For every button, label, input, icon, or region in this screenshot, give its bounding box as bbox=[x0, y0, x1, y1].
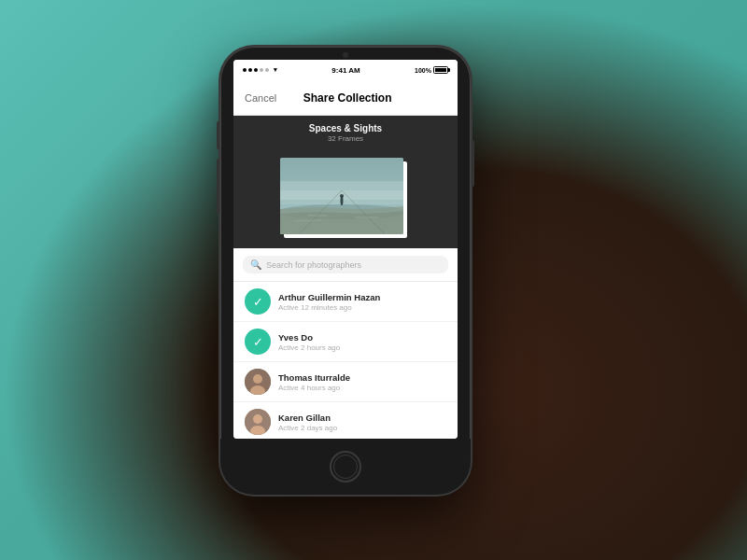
wifi-icon: ▾ bbox=[274, 66, 277, 74]
photo-main bbox=[280, 158, 403, 234]
avatar bbox=[245, 369, 271, 395]
person-status: Active 12 minutes ago bbox=[278, 303, 446, 312]
phone-frame: ▾ 9:41 AM 100% Cancel Share Collection S… bbox=[220, 47, 471, 495]
person-name: Arthur Guillermin Hazan bbox=[278, 292, 446, 302]
search-icon: 🔍 bbox=[250, 259, 261, 270]
phone-bottom bbox=[220, 439, 471, 495]
cancel-button[interactable]: Cancel bbox=[245, 92, 276, 104]
person-status: Active 2 hours ago bbox=[278, 343, 446, 352]
person-info: Arthur Guillermin Hazan Active 12 minute… bbox=[278, 292, 446, 312]
avatar-selected: ✓ bbox=[245, 288, 271, 315]
battery-percent: 100% bbox=[415, 67, 431, 74]
list-item[interactable]: Karen Gillan Active 2 days ago bbox=[233, 402, 458, 439]
people-list: ✓ Arthur Guillermin Hazan Active 12 minu… bbox=[233, 282, 458, 439]
home-button-inner bbox=[333, 455, 358, 479]
collection-frames: 32 Frames bbox=[233, 134, 458, 143]
home-button[interactable] bbox=[330, 451, 361, 483]
signal-dot-4 bbox=[260, 68, 263, 72]
camera-dot bbox=[343, 52, 348, 58]
person-name: Karen Gillan bbox=[278, 413, 446, 423]
collection-name: Spaces & Sights bbox=[233, 123, 458, 133]
photo-stack bbox=[280, 158, 411, 242]
photo-area bbox=[233, 150, 458, 248]
avatar-selected: ✓ bbox=[245, 329, 271, 355]
search-input-wrap[interactable]: 🔍 Search for photographers bbox=[243, 256, 448, 273]
list-item[interactable]: ✓ Yves Do Active 2 hours ago bbox=[233, 322, 458, 362]
status-time: 9:41 AM bbox=[331, 66, 359, 75]
phone-screen: ▾ 9:41 AM 100% Cancel Share Collection S… bbox=[233, 60, 458, 439]
person-info: Yves Do Active 2 hours ago bbox=[278, 332, 446, 352]
person-name: Thomas Iturralde bbox=[278, 372, 446, 383]
battery-indicator: 100% bbox=[415, 66, 448, 74]
signal-dot-2 bbox=[248, 68, 252, 72]
person-name: Yves Do bbox=[278, 332, 446, 343]
battery-icon bbox=[433, 66, 448, 74]
svg-point-15 bbox=[253, 414, 262, 424]
signal-dot-3 bbox=[254, 68, 258, 72]
collection-header: Spaces & Sights 32 Frames bbox=[233, 116, 458, 150]
svg-point-7 bbox=[340, 194, 344, 198]
person-status: Active 4 hours ago bbox=[278, 384, 446, 392]
search-bar: 🔍 Search for photographers bbox=[233, 248, 458, 282]
list-item[interactable]: Thomas Iturralde Active 4 hours ago bbox=[233, 362, 458, 402]
avatar bbox=[245, 409, 271, 435]
nav-bar: Cancel Share Collection bbox=[233, 80, 458, 116]
person-status: Active 2 days ago bbox=[278, 424, 446, 432]
battery-fill bbox=[435, 68, 446, 72]
person-info: Karen Gillan Active 2 days ago bbox=[278, 413, 446, 432]
person-info: Thomas Iturralde Active 4 hours ago bbox=[278, 372, 446, 392]
signal-indicator: ▾ bbox=[243, 66, 277, 74]
signal-dot-5 bbox=[265, 68, 269, 72]
status-bar: ▾ 9:41 AM 100% bbox=[233, 60, 458, 80]
beach-photo bbox=[280, 158, 403, 234]
nav-title: Share Collection bbox=[303, 91, 392, 105]
search-placeholder: Search for photographers bbox=[266, 260, 361, 270]
signal-dot-1 bbox=[243, 68, 247, 72]
svg-point-12 bbox=[253, 374, 262, 384]
list-item[interactable]: ✓ Arthur Guillermin Hazan Active 12 minu… bbox=[233, 282, 458, 322]
